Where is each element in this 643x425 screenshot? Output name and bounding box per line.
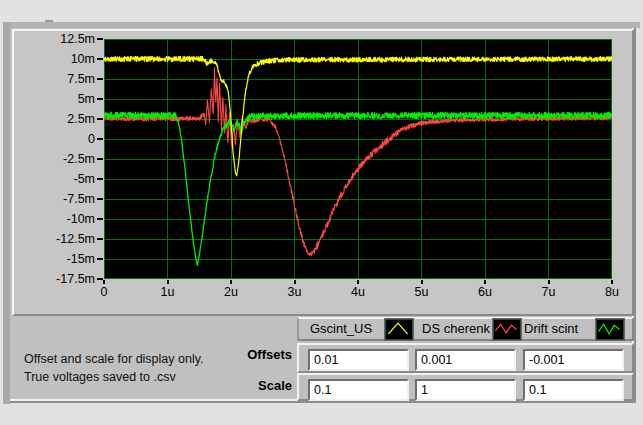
y-tick-mark: [97, 118, 103, 120]
x-tick-label: 1u: [148, 285, 188, 299]
scale-label: Scale: [200, 378, 292, 393]
offsets-label: Offsets: [200, 347, 292, 362]
y-tick-label: -17.5m: [37, 272, 95, 286]
y-tick-label: 5m: [37, 92, 95, 106]
x-tick-label: 2u: [211, 285, 251, 299]
y-tick-mark: [97, 258, 103, 260]
y-tick-mark: [97, 218, 103, 220]
offset-input-gscint[interactable]: [308, 349, 409, 371]
y-tick-mark: [97, 98, 103, 100]
scale-input-gscint[interactable]: [308, 379, 409, 401]
scale-input-ds-cherenk[interactable]: [415, 379, 516, 401]
y-tick-label: 0: [37, 132, 95, 146]
y-tick-label: -12.5m: [37, 232, 95, 246]
offset-input-drift-scint[interactable]: [523, 349, 624, 371]
plot-legend: Gscint_USDS cherenkDrift scint: [297, 317, 634, 341]
y-tick-label: -5m: [37, 172, 95, 186]
x-tick-mark: [548, 280, 550, 284]
y-tick-mark: [97, 238, 103, 240]
x-tick-mark: [294, 280, 296, 284]
y-tick-mark: [97, 138, 103, 140]
legend-item-gscint-us[interactable]: Gscint_US: [310, 321, 372, 337]
display-note: Offset and scale for display only. True …: [24, 350, 204, 386]
y-tick-mark: [97, 178, 103, 180]
x-tick-label: 3u: [275, 285, 315, 299]
x-tick-mark: [167, 280, 169, 284]
waveform-plot-area: [104, 39, 612, 279]
offset-input-ds-cherenk[interactable]: [415, 349, 516, 371]
labview-front-panel: 12.5m10m7.5m5m2.5m0-2.5m-5m-7.5m-10m-12.…: [0, 0, 643, 425]
scale-input-drift-scint[interactable]: [523, 379, 624, 401]
plot-svg: [104, 39, 612, 279]
legend-item-drift-scint[interactable]: Drift scint: [524, 321, 578, 337]
y-tick-label: 2.5m: [37, 112, 95, 126]
x-tick-label: 0: [84, 285, 124, 299]
x-tick-mark: [357, 280, 359, 284]
y-tick-label: 7.5m: [37, 72, 95, 86]
y-tick-label: -7.5m: [37, 192, 95, 206]
x-tick-mark: [484, 280, 486, 284]
x-tick-label: 4u: [338, 285, 378, 299]
y-tick-mark: [97, 198, 103, 200]
x-tick-mark: [103, 280, 105, 284]
y-tick-mark: [97, 158, 103, 160]
note-line-1: Offset and scale for display only.: [24, 350, 204, 368]
y-tick-label: 12.5m: [37, 32, 95, 46]
panel-left-edge: [3, 22, 10, 404]
x-tick-label: 8u: [592, 285, 632, 299]
note-line-2: True voltages saved to .csv: [24, 368, 204, 386]
scale-control-group: [297, 373, 634, 401]
y-tick-label: -15m: [37, 252, 95, 266]
y-tick-label: -10m: [37, 212, 95, 226]
y-tick-label: 10m: [37, 52, 95, 66]
x-tick-mark: [611, 280, 613, 284]
x-tick-label: 7u: [529, 285, 569, 299]
y-tick-mark: [97, 38, 103, 40]
legend-waveform-icon[interactable]: [493, 319, 521, 340]
plot-grid: [104, 39, 612, 279]
y-tick-mark: [97, 78, 103, 80]
x-tick-label: 6u: [465, 285, 505, 299]
offsets-control-group: [297, 343, 634, 373]
legend-item-ds-cherenk[interactable]: DS cherenk: [422, 321, 490, 337]
y-tick-label: -2.5m: [37, 152, 95, 166]
x-tick-mark: [230, 280, 232, 284]
legend-waveform-icon[interactable]: [596, 319, 624, 340]
legend-waveform-icon[interactable]: [385, 319, 413, 340]
x-tick-mark: [421, 280, 423, 284]
y-tick-mark: [97, 58, 103, 60]
x-tick-label: 5u: [402, 285, 442, 299]
